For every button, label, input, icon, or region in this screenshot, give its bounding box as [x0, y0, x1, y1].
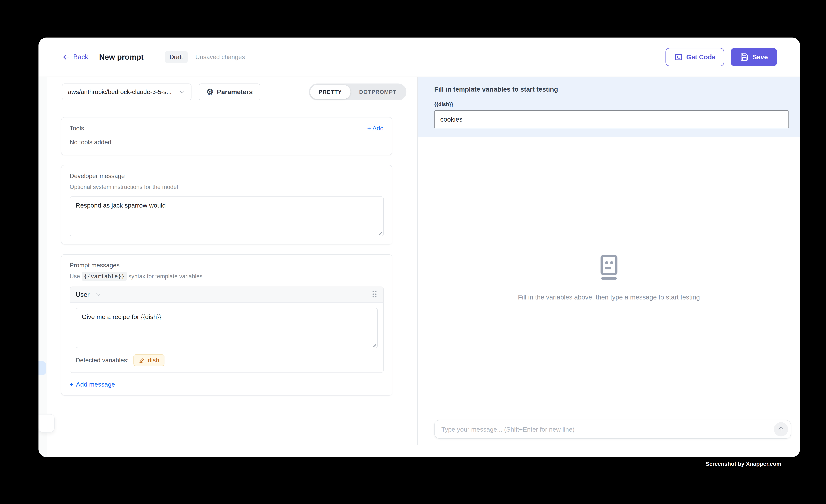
plus-icon: + — [70, 381, 73, 388]
unsaved-changes-text: Unsaved changes — [195, 54, 245, 61]
toggle-dotprompt[interactable]: DOTPROMPT — [351, 85, 405, 99]
drag-dots-icon — [371, 290, 378, 298]
prompt-messages-card: Prompt messages Use {{variable}} syntax … — [61, 254, 392, 395]
get-code-button[interactable]: Get Code — [665, 48, 724, 66]
prompt-messages-hint: Use {{variable}} syntax for template var… — [70, 273, 384, 280]
watermark-text: Screenshot by Xnapper.com — [706, 461, 781, 467]
template-variables-title: Fill in template variables to start test… — [434, 85, 789, 93]
plus-icon: + — [367, 125, 371, 132]
tools-title: Tools — [70, 125, 84, 132]
add-message-button[interactable]: + Add message — [70, 381, 384, 388]
save-label: Save — [752, 53, 768, 61]
tools-empty-text: No tools added — [70, 139, 384, 146]
add-tool-label: Add — [372, 125, 384, 132]
tools-card: Tools + Add No tools added — [61, 117, 392, 155]
chat-message-input[interactable] — [441, 426, 774, 433]
robot-icon — [597, 254, 621, 280]
role-select-value: User — [76, 291, 90, 298]
save-icon — [740, 53, 749, 61]
variable-chip-label: dish — [148, 357, 159, 364]
hint-prefix: Use — [70, 273, 80, 279]
resize-handle-icon[interactable] — [372, 343, 376, 347]
status-badge: Draft — [165, 51, 188, 63]
arrow-up-icon — [777, 426, 784, 433]
model-toolbar: aws/anthropic/bedrock-claude-3-5-s... ⚙ … — [39, 77, 417, 107]
parameters-label: Parameters — [217, 88, 253, 96]
chat-empty-state: Fill in the variables above, then type a… — [418, 254, 800, 301]
developer-message-card: Developer message Optional system instru… — [61, 165, 392, 245]
drag-handle[interactable] — [371, 290, 378, 299]
editor-panel: aws/anthropic/bedrock-claude-3-5-s... ⚙ … — [39, 77, 417, 457]
user-message-input[interactable]: Give me a recipe for {{dish}} — [76, 308, 378, 348]
message-role-row: User — [70, 287, 384, 303]
model-selector-value: aws/anthropic/bedrock-claude-3-5-s... — [68, 88, 178, 96]
terminal-icon — [674, 53, 683, 61]
developer-message-input[interactable]: Respond as jack sparrow would — [70, 196, 384, 236]
send-button[interactable] — [774, 422, 788, 436]
arrow-left-icon — [62, 53, 70, 61]
chevron-down-icon — [178, 88, 185, 96]
page-title: New prompt — [99, 53, 143, 62]
prompt-messages-title: Prompt messages — [70, 262, 384, 269]
variable-chip-dish[interactable]: dish — [133, 355, 165, 366]
save-button[interactable]: Save — [731, 48, 777, 66]
pencil-icon — [139, 357, 145, 364]
resize-handle-icon[interactable] — [378, 231, 382, 235]
add-tool-button[interactable]: + Add — [367, 125, 384, 132]
test-panel: Fill in template variables to start test… — [417, 77, 800, 445]
message-block: User Give me a recipe for {{dish}} — [70, 287, 384, 373]
chat-input-bar — [434, 420, 791, 439]
back-button[interactable]: Back — [62, 53, 88, 61]
header: Back New prompt Draft Unsaved changes Ge… — [39, 38, 800, 77]
header-actions: Get Code Save — [665, 48, 777, 66]
add-message-label: Add message — [76, 381, 115, 388]
template-variables-box: Fill in template variables to start test… — [418, 77, 800, 137]
model-selector[interactable]: aws/anthropic/bedrock-claude-3-5-s... — [62, 83, 191, 101]
dish-variable-input[interactable] — [434, 110, 789, 128]
gear-icon: ⚙ — [206, 88, 214, 96]
chat-divider — [418, 412, 800, 412]
chevron-down-icon[interactable] — [95, 291, 102, 298]
clipped-popover — [39, 414, 55, 433]
sidebar-active-item[interactable] — [39, 361, 46, 375]
dish-variable-label: {{dish}} — [434, 101, 789, 107]
detected-variables-row: Detected variables: dish — [70, 349, 384, 372]
developer-message-title: Developer message — [70, 173, 384, 180]
view-mode-toggle: PRETTY DOTPROMPT — [309, 83, 406, 101]
variable-syntax-chip: {{variable}} — [82, 272, 127, 281]
hint-suffix: syntax for template variables — [128, 273, 202, 279]
back-label: Back — [73, 53, 88, 61]
sidebar-edge-strip — [39, 77, 47, 457]
app-window: Back New prompt Draft Unsaved changes Ge… — [39, 38, 800, 457]
toggle-pretty[interactable]: PRETTY — [310, 85, 351, 99]
detected-variables-label: Detected variables: — [76, 357, 129, 364]
developer-message-subtitle: Optional system instructions for the mod… — [70, 184, 384, 190]
get-code-label: Get Code — [686, 53, 716, 61]
chat-empty-text: Fill in the variables above, then type a… — [418, 294, 800, 301]
parameters-button[interactable]: ⚙ Parameters — [198, 83, 260, 101]
editor-cards: Tools + Add No tools added Developer mes… — [39, 107, 417, 395]
